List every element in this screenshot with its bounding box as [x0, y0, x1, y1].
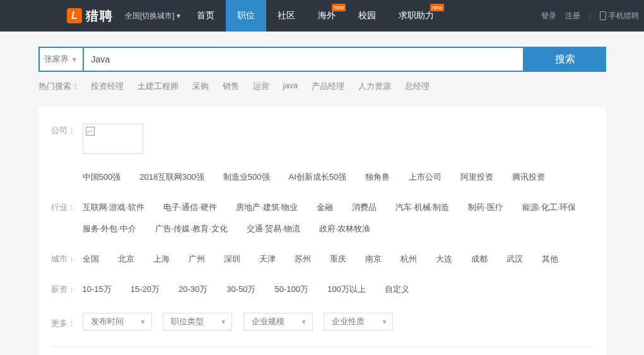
- dropdown-job-type[interactable]: 职位类型▼: [163, 313, 232, 330]
- hot-item[interactable]: 土建工程师: [138, 81, 179, 92]
- salary-tag[interactable]: 10-15万: [83, 282, 112, 296]
- city-tag[interactable]: 上海: [153, 252, 170, 266]
- filter-row-company-tags: 中国500强 2018互联网300强 制造业500强 AI创新成长50强 独角兽…: [51, 170, 594, 184]
- company-tag[interactable]: 上市公司: [409, 170, 442, 184]
- city-tag-list: 全国 北京 上海 广州 深圳 天津 苏州 重庆 南京 杭州 大连 成都 武汉 其…: [83, 252, 594, 266]
- city-tag[interactable]: 广州: [189, 252, 205, 266]
- salary-tag[interactable]: 100万以上: [327, 282, 366, 296]
- city-tag[interactable]: 成都: [471, 252, 488, 266]
- industry-tag[interactable]: 电子·通信·硬件: [163, 201, 217, 214]
- phone-icon: [600, 11, 606, 20]
- nav-overseas[interactable]: 海外new: [307, 0, 347, 32]
- filter-label-more: 更多：: [51, 314, 83, 329]
- industry-tag[interactable]: 交通·贸易·物流: [247, 222, 300, 236]
- top-navbar: L 猎聘 全国[切换城市] ▾ 首页 职位 社区 海外new 校园 求职助力ne…: [0, 0, 644, 32]
- city-tag[interactable]: 大连: [436, 252, 452, 266]
- hot-item[interactable]: 人力资源: [358, 81, 391, 92]
- company-tag[interactable]: 腾讯投资: [512, 170, 545, 184]
- filter-row-salary: 薪资： 10-15万 15-20万 20-30万 30-50万 50-100万 …: [51, 282, 594, 296]
- city-tag[interactable]: 南京: [365, 252, 382, 266]
- separator: |: [589, 11, 591, 20]
- city-tag[interactable]: 武汉: [506, 252, 523, 266]
- dropdown-company-nature[interactable]: 企业性质▼: [324, 313, 393, 330]
- nav-jobs[interactable]: 职位: [226, 0, 266, 32]
- industry-tag[interactable]: 金融: [317, 201, 333, 214]
- hot-item[interactable]: 运营: [253, 81, 269, 92]
- filter-row-city: 城市： 全国 北京 上海 广州 深圳 天津 苏州 重庆 南京 杭州 大连 成都 …: [51, 252, 594, 266]
- city-tag[interactable]: 天津: [259, 252, 276, 266]
- search-input[interactable]: [83, 47, 524, 72]
- topbar-right: 登录 注册 | 手机猎聘: [541, 11, 639, 21]
- caret-down-icon: ▼: [220, 318, 226, 325]
- hot-item[interactable]: 销售: [223, 81, 239, 92]
- industry-tag[interactable]: 消费品: [352, 201, 377, 214]
- broken-image-icon: [86, 127, 95, 136]
- search-button[interactable]: 搜索: [524, 47, 606, 72]
- industry-tag[interactable]: 互联网·游戏·软件: [83, 201, 144, 214]
- company-tag[interactable]: AI创新成长50强: [289, 170, 347, 184]
- industry-tag[interactable]: 政府·农林牧渔: [319, 222, 371, 236]
- dropdown-company-size[interactable]: 企业规模▼: [243, 313, 313, 330]
- industry-tag[interactable]: 制药·医疗: [468, 201, 503, 214]
- industry-tag[interactable]: 广告·传媒·教育·文化: [155, 222, 228, 236]
- search-city-dropdown[interactable]: 张家界▼: [38, 47, 83, 72]
- search-section: 张家界▼ 搜索: [0, 32, 644, 81]
- caret-down-icon: ▼: [301, 318, 307, 325]
- city-tag[interactable]: 北京: [118, 252, 134, 266]
- city-tag[interactable]: 杭州: [401, 252, 417, 266]
- login-link[interactable]: 登录: [541, 11, 556, 21]
- company-tag[interactable]: 阿里投资: [460, 170, 493, 184]
- salary-tag[interactable]: 自定义: [385, 282, 409, 296]
- nav-jobhelp[interactable]: 求职助力new: [387, 0, 445, 32]
- mobile-link[interactable]: 手机猎聘: [600, 11, 639, 21]
- dropdown-publish-time[interactable]: 发布时间▼: [83, 313, 152, 330]
- hot-item[interactable]: 采购: [192, 81, 209, 92]
- logo[interactable]: L 猎聘: [67, 8, 114, 25]
- city-tag[interactable]: 其他: [542, 252, 558, 266]
- company-tag[interactable]: 制造业500强: [223, 170, 270, 184]
- caret-down-icon: ▾: [177, 11, 180, 20]
- company-tag[interactable]: 独角兽: [365, 170, 390, 184]
- city-tag[interactable]: 全国: [83, 252, 99, 266]
- caret-down-icon: ▼: [381, 318, 387, 325]
- hot-search-items: 投资经理 土建工程师 采购 销售 运营 java 产品经理 人力资源 总经理: [91, 81, 430, 92]
- salary-tag[interactable]: 15-20万: [131, 282, 160, 296]
- industry-tag[interactable]: 汽车·机械·制造: [395, 201, 449, 214]
- search-bar: 张家界▼ 搜索: [38, 47, 606, 72]
- filter-row-more: 更多： 发布时间▼ 职位类型▼ 企业规模▼ 企业性质▼: [51, 313, 594, 330]
- selected-conditions-row: 已选条件： 张家界× 共找到 100+ 职位: [51, 347, 594, 355]
- salary-tag[interactable]: 20-30万: [179, 282, 208, 296]
- hot-item[interactable]: 投资经理: [91, 81, 124, 92]
- industry-tag[interactable]: 服务·外包·中介: [83, 222, 136, 236]
- salary-tag[interactable]: 30-50万: [226, 282, 255, 296]
- caret-down-icon: ▼: [140, 318, 146, 325]
- salary-tag-list: 10-15万 15-20万 20-30万 30-50万 50-100万 100万…: [83, 282, 594, 296]
- nav-campus[interactable]: 校园: [347, 0, 387, 32]
- filter-row-industry: 行业： 互联网·游戏·软件 电子·通信·硬件 房地产·建筑·物业 金融 消费品 …: [51, 201, 594, 236]
- filter-label-salary: 薪资：: [51, 282, 83, 295]
- industry-tag[interactable]: 能源·化工·环保: [522, 201, 576, 214]
- logo-icon: L: [67, 8, 82, 23]
- industry-tag-list: 互联网·游戏·软件 电子·通信·硬件 房地产·建筑·物业 金融 消费品 汽车·机…: [83, 201, 594, 236]
- salary-tag[interactable]: 50-100万: [275, 282, 308, 296]
- hot-search: 热门搜索： 投资经理 土建工程师 采购 销售 运营 java 产品经理 人力资源…: [38, 81, 606, 92]
- filter-panel: 公司： 中国500强 2018互联网300强 制造业500强 AI创新成长50强…: [38, 107, 606, 355]
- city-tag[interactable]: 重庆: [330, 252, 346, 266]
- hot-item[interactable]: 总经理: [405, 81, 430, 92]
- nav-home[interactable]: 首页: [185, 0, 226, 32]
- logo-text: 猎聘: [86, 8, 114, 25]
- industry-tag[interactable]: 房地产·建筑·物业: [236, 201, 298, 214]
- city-selector[interactable]: 全国[切换城市] ▾: [125, 11, 180, 21]
- nav-community[interactable]: 社区: [266, 0, 307, 32]
- city-tag[interactable]: 苏州: [295, 252, 311, 266]
- register-link[interactable]: 注册: [565, 11, 580, 21]
- hot-item[interactable]: 产品经理: [312, 81, 344, 92]
- company-tag[interactable]: 2018互联网300强: [139, 170, 204, 184]
- city-tag[interactable]: 深圳: [224, 252, 240, 266]
- hot-item[interactable]: java: [283, 81, 298, 92]
- company-tag-list: 中国500强 2018互联网300强 制造业500强 AI创新成长50强 独角兽…: [83, 170, 594, 184]
- main-nav: 首页 职位 社区 海外new 校园 求职助力new: [185, 0, 445, 32]
- company-tag[interactable]: 中国500强: [83, 170, 121, 184]
- new-badge: new: [430, 4, 445, 11]
- hot-search-label: 热门搜索：: [38, 81, 79, 92]
